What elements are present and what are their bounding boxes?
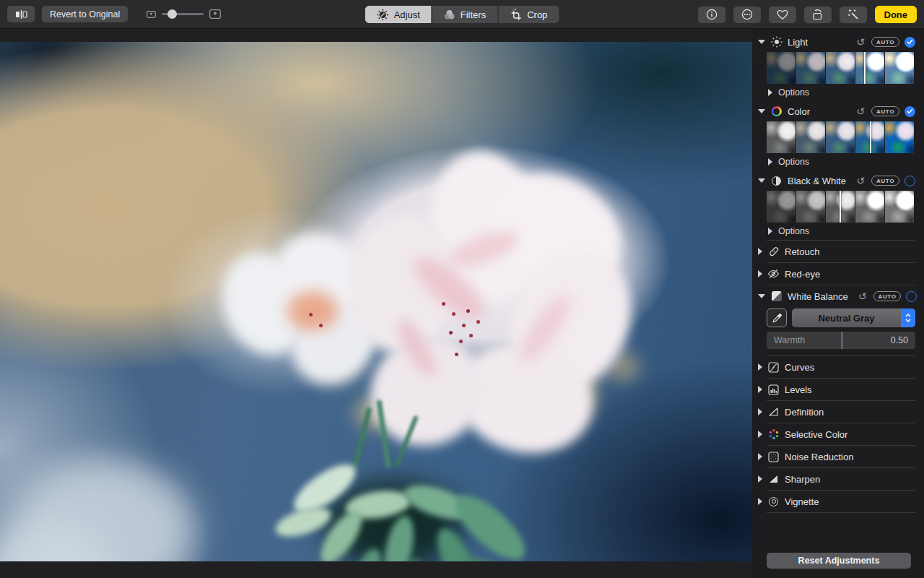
bw-options-triangle[interactable] <box>768 228 772 235</box>
half-circle-icon <box>770 175 783 187</box>
wb-auto-badge[interactable]: AUTO <box>873 291 902 301</box>
definition-label: Definition <box>785 407 824 418</box>
auto-enhance-button[interactable] <box>840 7 867 23</box>
definition-disclosure-triangle[interactable] <box>758 408 762 415</box>
dropdown-stepper-icon <box>901 309 915 327</box>
section-whitebalance-header[interactable]: White Balance ↺ AUTO <box>752 285 924 307</box>
retouch-label: Retouch <box>785 246 819 257</box>
redeye-disclosure-triangle[interactable] <box>758 270 762 277</box>
rotate-button[interactable] <box>804 7 832 23</box>
section-color-header[interactable]: Color ↺ AUTO <box>752 101 924 121</box>
photo-canvas <box>0 29 752 578</box>
section-levels[interactable]: Levels <box>752 379 924 400</box>
adjustments-sidebar: Light ↺ AUTO Options Color <box>752 29 924 578</box>
tab-crop[interactable]: Crop <box>497 6 559 23</box>
zoom-slider[interactable] <box>162 13 204 15</box>
section-sharpen[interactable]: Sharpen <box>752 468 924 490</box>
crop-icon <box>510 9 522 21</box>
noise-texture-icon <box>767 451 780 463</box>
revert-button[interactable]: Revert to Original <box>42 6 128 22</box>
section-bw-header[interactable]: Black & White ↺ AUTO <box>752 171 924 191</box>
noise-reduction-disclosure-triangle[interactable] <box>758 453 762 460</box>
section-noise-reduction[interactable]: Noise Reduction <box>752 446 924 467</box>
levels-disclosure-triangle[interactable] <box>758 386 762 393</box>
edited-photo[interactable] <box>0 42 752 561</box>
info-button[interactable] <box>698 7 725 23</box>
bw-disclosure-triangle[interactable] <box>758 178 765 183</box>
wb-disclosure-triangle[interactable] <box>758 294 765 298</box>
color-undo-icon[interactable]: ↺ <box>856 106 865 116</box>
white-balance-mode-dropdown[interactable]: Neutral Gray <box>792 309 915 327</box>
tab-adjust[interactable]: Adjust <box>365 6 432 23</box>
sharpen-triangle-icon <box>767 473 780 486</box>
color-enabled-checkbox[interactable] <box>905 106 915 117</box>
redeye-label: Red-eye <box>785 269 820 280</box>
tab-filters[interactable]: Filters <box>432 6 497 23</box>
light-thumb <box>885 52 914 84</box>
vignette-label: Vignette <box>785 496 819 507</box>
done-button[interactable]: Done <box>875 6 918 23</box>
bw-thumb <box>796 191 825 223</box>
color-options-row[interactable]: Options <box>752 153 924 171</box>
white-balance-icon <box>770 290 783 303</box>
tab-crop-label: Crop <box>527 9 547 20</box>
section-redeye[interactable]: Red-eye <box>752 263 924 285</box>
warmth-slider[interactable]: Warmth 0.50 <box>767 332 915 349</box>
section-selective-color[interactable]: Selective Color <box>752 423 924 445</box>
zoom-in-photo-icon <box>209 9 221 19</box>
bw-slider-handle[interactable] <box>840 191 841 223</box>
selective-color-label: Selective Color <box>785 429 847 440</box>
color-auto-badge[interactable]: AUTO <box>871 106 899 116</box>
light-thumb <box>767 52 796 84</box>
favorite-button[interactable] <box>769 7 796 23</box>
color-thumb <box>767 121 796 153</box>
zoom-control <box>147 9 221 19</box>
bw-enabled-checkbox[interactable] <box>905 176 915 186</box>
eyedropper-button[interactable] <box>767 309 787 327</box>
color-slider-handle[interactable] <box>870 121 871 153</box>
wb-mode-selected: Neutral Gray <box>792 313 901 324</box>
adjust-dial-icon <box>377 9 389 21</box>
light-options-triangle[interactable] <box>768 89 772 96</box>
section-vignette[interactable]: Vignette <box>752 491 924 512</box>
sharpen-label: Sharpen <box>785 474 820 485</box>
warmth-slider-handle[interactable] <box>841 332 843 349</box>
section-definition[interactable]: Definition <box>752 401 924 423</box>
selective-color-disclosure-triangle[interactable] <box>758 431 762 438</box>
top-toolbar: Revert to Original <box>0 0 924 29</box>
bw-undo-icon[interactable]: ↺ <box>856 176 865 186</box>
bw-thumb <box>885 191 914 223</box>
curves-label: Curves <box>785 362 814 373</box>
divider <box>767 512 915 513</box>
light-slider-handle[interactable] <box>864 52 866 84</box>
light-filmstrip-slider[interactable] <box>767 52 912 84</box>
levels-label: Levels <box>785 384 812 395</box>
light-undo-icon[interactable]: ↺ <box>856 37 865 47</box>
light-auto-badge[interactable]: AUTO <box>871 37 899 47</box>
light-options-row[interactable]: Options <box>752 84 924 101</box>
bw-filmstrip-slider[interactable] <box>767 191 912 223</box>
light-disclosure-triangle[interactable] <box>758 40 765 44</box>
reset-adjustments-button[interactable]: Reset Adjustments <box>767 553 911 569</box>
wb-enabled-checkbox[interactable] <box>906 291 917 302</box>
bw-options-row[interactable]: Options <box>752 223 924 240</box>
zoom-slider-thumb[interactable] <box>167 9 177 19</box>
sharpen-disclosure-triangle[interactable] <box>758 475 762 483</box>
color-filmstrip-slider[interactable] <box>767 121 912 153</box>
more-options-button[interactable] <box>733 7 761 23</box>
curves-disclosure-triangle[interactable] <box>758 363 762 371</box>
bw-auto-badge[interactable]: AUTO <box>871 176 899 186</box>
section-curves[interactable]: Curves <box>752 356 924 378</box>
color-options-triangle[interactable] <box>768 158 772 165</box>
light-enabled-checkbox[interactable] <box>905 37 915 48</box>
compare-original-button[interactable] <box>7 6 35 22</box>
wb-undo-icon[interactable]: ↺ <box>858 291 867 301</box>
warmth-value: 0.50 <box>891 335 915 345</box>
tab-adjust-label: Adjust <box>394 9 420 20</box>
vignette-disclosure-triangle[interactable] <box>758 498 762 505</box>
color-dots-icon <box>767 428 780 441</box>
retouch-disclosure-triangle[interactable] <box>758 248 762 255</box>
color-disclosure-triangle[interactable] <box>758 109 765 113</box>
section-retouch[interactable]: Retouch <box>752 241 924 262</box>
section-light-header[interactable]: Light ↺ AUTO <box>752 32 924 52</box>
